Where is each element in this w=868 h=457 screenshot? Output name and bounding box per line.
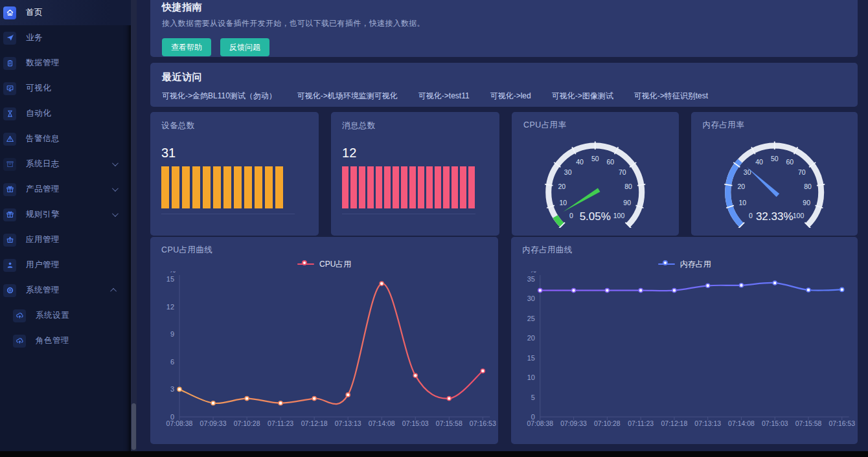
quick-guide-title: 快捷指南 xyxy=(162,1,846,14)
svg-text:60: 60 xyxy=(786,158,794,166)
svg-text:70: 70 xyxy=(797,168,805,176)
view-help-button[interactable]: 查看帮助 xyxy=(162,38,211,56)
svg-text:10: 10 xyxy=(559,199,567,206)
bar xyxy=(192,166,200,208)
sidebar-scrollbar[interactable] xyxy=(131,0,137,457)
bar xyxy=(367,166,374,208)
svg-text:15: 15 xyxy=(527,354,535,362)
device-total-value: 31 xyxy=(161,146,308,161)
svg-text:30: 30 xyxy=(527,295,535,302)
sidebar-item-system-settings[interactable]: 系统设置 xyxy=(0,303,131,328)
sidebar-item-label: 规则引擎 xyxy=(26,209,60,220)
message-bar-axis xyxy=(342,214,475,214)
legend-line-dot-icon xyxy=(658,261,675,267)
user-icon xyxy=(3,259,16,272)
sidebar-item-label: 系统设置 xyxy=(36,310,69,321)
gift-icon xyxy=(3,208,16,221)
recent-link[interactable]: 可视化->金鸽BL110测试（勿动） xyxy=(162,91,277,102)
sidebar-item-data-management[interactable]: 数据管理 xyxy=(0,50,131,76)
svg-text:07:09:33: 07:09:33 xyxy=(561,420,588,427)
cpu-gauge-title: CPU占用率 xyxy=(523,120,672,131)
recent-visits-title: 最近访问 xyxy=(162,71,846,84)
svg-text:07:16:53: 07:16:53 xyxy=(470,419,496,427)
bar xyxy=(376,166,382,208)
sidebar-item-automation[interactable]: 自动化 xyxy=(0,101,131,126)
bar xyxy=(234,166,242,208)
svg-text:07:16:53: 07:16:53 xyxy=(829,420,856,427)
scrollbar-thumb[interactable] xyxy=(131,403,136,450)
svg-text:20: 20 xyxy=(558,183,566,190)
svg-text:07:10:28: 07:10:28 xyxy=(234,419,260,427)
svg-text:07:15:58: 07:15:58 xyxy=(795,420,822,427)
sidebar-item-system-log[interactable]: 系统日志 xyxy=(0,151,131,177)
chevron-down-icon xyxy=(112,210,119,217)
sidebar-item-business[interactable]: 业务 xyxy=(0,25,131,50)
bar xyxy=(409,166,416,208)
memory-chart-title: 内存占用曲线 xyxy=(522,245,858,256)
bar xyxy=(350,166,357,208)
recent-link[interactable]: 可视化->图像测试 xyxy=(552,91,613,102)
app-window: 首页业务数据管理可视化自动化告警信息系统日志产品管理规则引擎应用管理用户管理系统… xyxy=(0,0,868,457)
bar xyxy=(460,166,466,208)
bar xyxy=(203,166,211,208)
svg-text:80: 80 xyxy=(804,183,812,190)
svg-text:70: 70 xyxy=(619,168,626,176)
sidebar: 首页业务数据管理可视化自动化告警信息系统日志产品管理规则引擎应用管理用户管理系统… xyxy=(0,0,131,457)
sidebar-item-product-management[interactable]: 产品管理 xyxy=(0,177,131,202)
monitor-icon xyxy=(3,82,16,95)
memory-line-chart: 05101520253035%07:08:3807:09:3307:10:280… xyxy=(511,271,858,444)
bar xyxy=(161,166,169,208)
sidebar-item-system-management[interactable]: 系统管理 xyxy=(0,278,131,303)
sidebar-item-label: 角色管理 xyxy=(36,335,69,346)
paper-plane-icon xyxy=(3,32,16,45)
bar xyxy=(451,166,458,208)
gauge-value: 32.33% xyxy=(755,210,793,223)
bar xyxy=(275,166,283,208)
svg-text:30: 30 xyxy=(743,168,751,176)
device-bar-axis xyxy=(161,214,295,214)
svg-text:07:15:58: 07:15:58 xyxy=(436,419,463,427)
device-total-card: 设备总数 31 xyxy=(150,112,319,236)
svg-text:12: 12 xyxy=(166,303,174,311)
gift-icon xyxy=(3,183,16,196)
svg-text:07:09:33: 07:09:33 xyxy=(200,419,227,427)
recent-link[interactable]: 可视化->led xyxy=(490,91,531,102)
svg-text:%: % xyxy=(169,271,176,274)
sidebar-item-user-management[interactable]: 用户管理 xyxy=(0,252,131,278)
bar xyxy=(393,166,399,208)
recent-link[interactable]: 可视化->机场环境监测可视化 xyxy=(297,91,398,102)
cpu-chart-legend[interactable]: CPU占用 xyxy=(150,257,498,271)
memory-gauge-title: 内存占用率 xyxy=(703,120,851,131)
svg-text:100: 100 xyxy=(792,212,804,219)
recent-link[interactable]: 可视化->test11 xyxy=(418,91,470,102)
bar xyxy=(223,166,231,208)
sidebar-item-app-management[interactable]: 应用管理 xyxy=(0,227,131,252)
sidebar-item-alarm-info[interactable]: 告警信息 xyxy=(0,126,131,151)
sidebar-item-role-management[interactable]: 角色管理 xyxy=(0,328,131,353)
memory-chart-legend[interactable]: 内存占用 xyxy=(511,257,858,271)
sidebar-item-visualization[interactable]: 可视化 xyxy=(0,76,131,101)
svg-text:30: 30 xyxy=(564,168,572,176)
sidebar-item-rule-engine[interactable]: 规则引擎 xyxy=(0,202,131,227)
svg-text:07:12:18: 07:12:18 xyxy=(301,419,328,427)
sidebar-item-label: 告警信息 xyxy=(26,133,60,144)
svg-text:15: 15 xyxy=(166,275,174,283)
sidebar-item-home[interactable]: 首页 xyxy=(0,0,131,25)
archive-icon xyxy=(3,158,16,171)
sidebar-item-label: 首页 xyxy=(26,7,43,18)
svg-text:07:13:13: 07:13:13 xyxy=(335,419,361,427)
svg-text:50: 50 xyxy=(591,155,599,162)
recent-link[interactable]: 可视化->特征识别test xyxy=(634,91,708,102)
feedback-button[interactable]: 反馈问题 xyxy=(220,38,269,56)
home-icon xyxy=(3,6,16,19)
svg-text:35: 35 xyxy=(527,275,535,283)
chevron-up-icon xyxy=(110,288,117,295)
bar xyxy=(426,166,433,208)
main-content: 快捷指南 接入数据需要从设备插件开发开始，也可以下载已有插件，快速接入数据。 查… xyxy=(137,0,868,457)
chevron-down-icon xyxy=(112,185,119,192)
sidebar-item-label: 应用管理 xyxy=(26,234,60,245)
svg-text:60: 60 xyxy=(607,158,615,166)
memory-line-chart-card: 内存占用曲线 内存占用 05101520253035%07:08:3807:09… xyxy=(511,237,858,444)
basket-icon xyxy=(3,234,16,247)
bar xyxy=(435,166,441,208)
